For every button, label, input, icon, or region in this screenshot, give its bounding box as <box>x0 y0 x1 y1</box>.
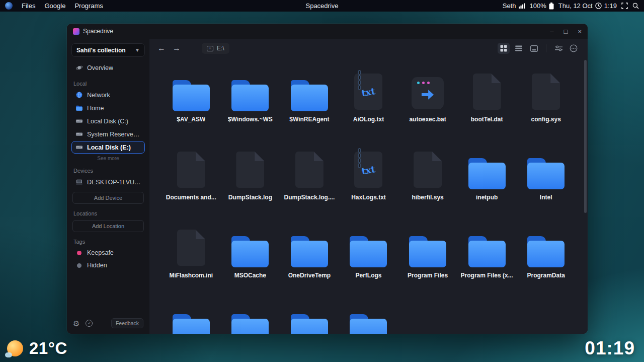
explorer-content: ← → E:\ <box>149 39 588 334</box>
file-item[interactable]: PerfLogs <box>339 220 398 298</box>
sidebar-item[interactable]: Local Disk (E:) <box>71 141 145 154</box>
folder-icon <box>230 236 270 267</box>
file-icon <box>414 152 442 188</box>
settings-gear-icon[interactable]: ⚙ <box>73 320 79 327</box>
file-item[interactable]: config.sys <box>516 64 576 142</box>
sidebar-item-overview[interactable]: Overview <box>71 61 145 74</box>
feedback-button[interactable]: Feedback <box>111 318 143 328</box>
file-item[interactable]: $AV_ASW <box>162 64 221 142</box>
file-item[interactable]: ProgramData <box>516 220 576 298</box>
computer-icon <box>75 178 83 186</box>
grid-view-button[interactable] <box>498 43 510 54</box>
battery-indicator[interactable]: 100% <box>530 2 554 10</box>
datetime-indicator[interactable]: Thu, 12 Oct 1:19 <box>558 2 617 10</box>
folder-icon <box>172 314 211 334</box>
home-folder-icon <box>75 104 83 112</box>
sliders-icon <box>555 45 562 51</box>
sidebar-item[interactable]: System Reserved... <box>71 128 145 140</box>
media-view-icon <box>530 45 538 52</box>
folder-icon <box>526 158 566 189</box>
desktop: Files Google Programs Spacedrive Seth 10… <box>0 0 644 362</box>
system-logo-icon[interactable] <box>5 2 13 10</box>
tag-item[interactable]: Keepsafe <box>71 247 145 259</box>
sidebar-item[interactable]: Local Disk (C:) <box>71 115 145 127</box>
grid-view-icon <box>500 45 507 52</box>
file-icon <box>177 152 205 188</box>
folder-icon <box>526 236 566 267</box>
temperature: 21°C <box>29 339 67 358</box>
file-icon <box>236 152 264 188</box>
fullscreen-icon[interactable] <box>621 3 628 9</box>
toolbar-divider <box>546 44 546 52</box>
file-item[interactable]: inetpub <box>457 142 517 220</box>
more-options-button[interactable] <box>568 43 580 54</box>
file-item[interactable]: DumpStack.log <box>221 142 280 220</box>
minimize-button[interactable]: – <box>550 28 553 35</box>
add-device-button[interactable]: Add Device <box>72 192 144 204</box>
library-selector[interactable]: Sahil's collection ▼ <box>71 43 145 57</box>
menu-google[interactable]: Google <box>44 2 65 10</box>
folder-icon <box>467 236 507 267</box>
file-icon <box>532 74 560 110</box>
maximize-button[interactable]: □ <box>564 28 568 35</box>
drive-icon <box>75 143 83 151</box>
section-label-local: Local <box>73 81 145 87</box>
section-label-locations: Locations <box>73 210 145 216</box>
list-view-button[interactable] <box>513 43 525 54</box>
file-item[interactable]: MiFlashcom.ini <box>162 220 221 298</box>
sidebar-footer: ⚙ ✓ Feedback <box>67 313 149 334</box>
path-tab[interactable]: E:\ <box>202 43 229 54</box>
file-item[interactable] <box>221 298 280 334</box>
folder-icon <box>290 80 329 111</box>
file-item[interactable]: MSOCache <box>221 220 280 298</box>
file-item[interactable]: Program Files (x... <box>457 220 517 298</box>
window-titlebar[interactable]: Spacedrive – □ × <box>67 24 588 39</box>
file-item[interactable] <box>339 298 398 334</box>
tag-dot-icon <box>77 263 82 268</box>
menu-programs[interactable]: Programs <box>74 2 103 10</box>
folder-icon <box>349 314 388 334</box>
file-item[interactable]: Documents and... <box>162 142 221 220</box>
back-button[interactable]: ← <box>157 44 166 52</box>
sidebar-item[interactable]: Network <box>71 89 145 101</box>
file-item[interactable]: DumpStack.log.... <box>280 142 339 220</box>
scrollbar[interactable] <box>584 60 587 213</box>
search-icon[interactable] <box>632 3 639 9</box>
file-item[interactable]: autoexec.bat <box>398 64 457 142</box>
filter-sliders-button[interactable] <box>552 43 565 54</box>
bat-file-icon <box>412 77 444 109</box>
media-view-button[interactable] <box>528 43 540 54</box>
spacedrive-logo-icon <box>73 28 79 35</box>
section-label-tags: Tags <box>73 239 145 245</box>
file-item[interactable] <box>162 298 221 334</box>
sidebar-device-item[interactable]: DESKTOP-1LVU3DB <box>71 176 145 188</box>
file-item[interactable]: $WinREAgent <box>280 64 339 142</box>
tag-item[interactable]: Hidden <box>71 259 145 271</box>
see-more-link[interactable]: See more <box>71 156 145 161</box>
menu-files[interactable]: Files <box>22 2 35 10</box>
file-item[interactable]: txtHaxLogs.txt <box>339 142 398 220</box>
sidebar-local-list: NetworkHomeLocal Disk (C:)System Reserve… <box>71 89 145 154</box>
file-icon <box>177 230 205 266</box>
file-item[interactable]: hiberfil.sys <box>398 142 457 220</box>
sidebar: Sahil's collection ▼ Overview Local Netw… <box>67 39 149 334</box>
file-item[interactable] <box>280 298 339 334</box>
file-item[interactable]: Intel <box>516 142 576 220</box>
folder-icon <box>230 314 270 334</box>
sidebar-tags-list: KeepsafeHidden <box>71 247 145 271</box>
forward-button[interactable]: → <box>173 44 181 52</box>
close-button[interactable]: × <box>578 28 582 35</box>
file-item[interactable]: bootTel.dat <box>457 64 517 142</box>
sidebar-item[interactable]: Home <box>71 102 145 114</box>
weather-widget: 21°C <box>7 339 67 358</box>
file-item[interactable]: $Windows.~WS <box>221 64 280 142</box>
file-item[interactable]: OneDriveTemp <box>280 220 339 298</box>
signal-icon <box>519 3 525 9</box>
file-item[interactable]: txtAiOLog.txt <box>339 64 398 142</box>
file-item[interactable]: Program Files <box>398 220 457 298</box>
user-indicator[interactable]: Seth <box>503 2 525 10</box>
ellipsis-circle-icon <box>570 44 578 52</box>
add-location-button[interactable]: Add Location <box>72 220 144 232</box>
planet-icon <box>75 64 83 71</box>
jobs-check-icon[interactable]: ✓ <box>86 320 93 327</box>
